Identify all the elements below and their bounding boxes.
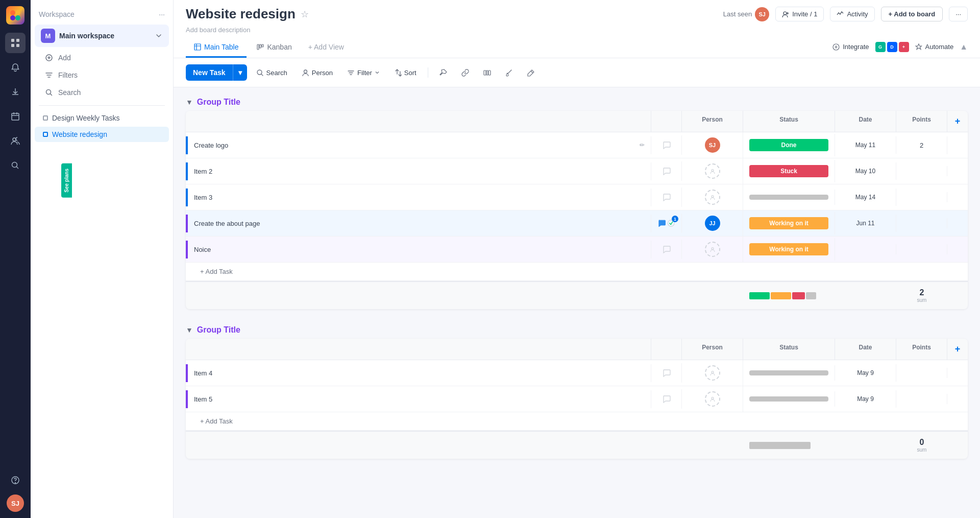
download-icon[interactable] xyxy=(5,82,26,102)
task-name-cell[interactable]: Noice xyxy=(186,241,651,258)
task-name-cell[interactable]: Create the about page xyxy=(186,215,651,232)
comment-cell[interactable] xyxy=(651,135,682,155)
comment-cell[interactable] xyxy=(651,187,682,207)
comment-cell[interactable] xyxy=(651,389,682,409)
status-cell[interactable] xyxy=(743,365,835,381)
other-integration-icon[interactable]: + xyxy=(899,42,909,52)
status-cell[interactable]: Working on it xyxy=(743,212,835,234)
comment-cell[interactable]: 1 xyxy=(651,214,682,233)
filters-nav-item[interactable]: Filters xyxy=(35,67,169,83)
comment-cell[interactable] xyxy=(651,161,682,181)
grid-icon[interactable] xyxy=(5,33,26,53)
group-1-collapse[interactable]: ▼ xyxy=(186,98,193,106)
person-cell[interactable] xyxy=(682,237,743,262)
points-cell[interactable] xyxy=(896,166,947,176)
th-points[interactable]: Points xyxy=(896,111,947,132)
new-task-dropdown-arrow[interactable]: ▾ xyxy=(233,64,247,81)
th-date[interactable]: Date xyxy=(835,111,896,132)
add-column-button-2[interactable]: + xyxy=(947,339,968,360)
person-cell[interactable]: JJ xyxy=(682,210,743,236)
automate-button[interactable]: Automate xyxy=(915,43,954,51)
person-cell[interactable] xyxy=(682,158,743,184)
columns-button[interactable] xyxy=(478,66,496,80)
workspace-selector[interactable]: M Main workspace xyxy=(35,25,169,47)
app-logo[interactable] xyxy=(6,6,24,25)
points-cell[interactable]: 2 xyxy=(896,136,947,154)
status-cell[interactable] xyxy=(743,190,835,205)
collapse-button[interactable]: ▲ xyxy=(960,42,968,52)
board-description[interactable]: Add board description xyxy=(186,26,968,34)
points-cell[interactable] xyxy=(896,368,947,378)
person-cell[interactable] xyxy=(682,386,743,412)
activity-button[interactable]: Activity xyxy=(830,7,874,21)
points-cell[interactable] xyxy=(896,394,947,404)
th-status[interactable]: Status xyxy=(743,111,835,132)
add-task-row-2[interactable]: + Add Task xyxy=(186,412,968,431)
filter-button[interactable]: Filter xyxy=(342,66,385,80)
task-name-cell[interactable]: Item 5 xyxy=(186,390,651,408)
date-cell[interactable]: May 11 xyxy=(835,136,896,154)
task-name-cell[interactable]: Item 4 xyxy=(186,364,651,382)
sort-button[interactable]: Sort xyxy=(389,66,422,80)
link-button[interactable] xyxy=(456,66,474,80)
search-nav-item[interactable]: Search xyxy=(35,84,169,101)
task-name-cell[interactable]: Item 3 xyxy=(186,189,651,206)
see-plans-tab[interactable]: See plans xyxy=(61,163,72,198)
status-cell[interactable]: Stuck xyxy=(743,160,835,182)
status-cell[interactable] xyxy=(743,391,835,407)
search-button[interactable]: Search xyxy=(251,66,292,80)
person-cell[interactable]: SJ xyxy=(682,132,743,158)
comment-cell[interactable] xyxy=(651,240,682,259)
search-icon-sidebar[interactable] xyxy=(5,155,26,176)
more-options-button[interactable]: ··· xyxy=(949,7,968,21)
sidebar-item-website-redesign[interactable]: Website redesign xyxy=(35,127,169,142)
th-person[interactable]: Person xyxy=(682,111,743,132)
group-1-title[interactable]: Group Title xyxy=(197,98,240,107)
sidebar-item-design-weekly[interactable]: Design Weekly Tasks xyxy=(35,110,169,126)
bell-icon[interactable] xyxy=(5,57,26,78)
date-cell[interactable]: May 10 xyxy=(835,162,896,180)
group-2-collapse[interactable]: ▼ xyxy=(186,326,193,334)
paint-button[interactable] xyxy=(500,66,518,80)
group-2-title[interactable]: Group Title xyxy=(197,325,240,335)
calendar-icon[interactable] xyxy=(5,106,26,127)
tab-main-table[interactable]: Main Table xyxy=(186,38,247,58)
date-cell[interactable]: May 14 xyxy=(835,189,896,206)
status-cell[interactable]: Done xyxy=(743,134,835,156)
sidebar-more-button[interactable]: ··· xyxy=(159,10,165,18)
google-drive-icon[interactable]: G xyxy=(875,42,886,52)
task-name-cell[interactable]: Item 2 xyxy=(186,162,651,180)
integrate-button[interactable]: Integrate xyxy=(832,43,869,51)
date-cell[interactable]: May 9 xyxy=(835,364,896,382)
points-cell[interactable] xyxy=(896,218,947,228)
th-status-2[interactable]: Status xyxy=(743,339,835,360)
invite-button[interactable]: Invite / 1 xyxy=(775,7,824,21)
th-points-2[interactable]: Points xyxy=(896,339,947,360)
add-to-board-button[interactable]: + Add to board xyxy=(881,7,943,21)
user-avatar-iconbar[interactable]: SJ xyxy=(7,495,24,512)
add-column-button[interactable]: + xyxy=(947,111,968,132)
pin-button[interactable] xyxy=(434,66,452,80)
edit-toolbar-button[interactable] xyxy=(522,66,540,80)
add-task-row-1[interactable]: + Add Task xyxy=(186,263,968,281)
star-icon[interactable]: ☆ xyxy=(301,9,309,20)
task-name-cell[interactable]: Create logo ✏ xyxy=(186,136,651,154)
date-cell[interactable]: May 9 xyxy=(835,390,896,408)
person-cell[interactable] xyxy=(682,184,743,210)
help-icon[interactable] xyxy=(5,470,26,490)
dropbox-icon[interactable]: D xyxy=(887,42,897,52)
people-icon[interactable] xyxy=(5,131,26,151)
points-cell[interactable] xyxy=(896,192,947,202)
points-cell[interactable] xyxy=(896,244,947,254)
new-task-button[interactable]: New Task ▾ xyxy=(186,64,247,81)
tab-add-view[interactable]: + Add View xyxy=(302,38,350,58)
tab-kanban[interactable]: Kanban xyxy=(249,38,300,58)
th-person-2[interactable]: Person xyxy=(682,339,743,360)
comment-cell[interactable] xyxy=(651,363,682,383)
person-cell[interactable] xyxy=(682,360,743,386)
th-date-2[interactable]: Date xyxy=(835,339,896,360)
add-nav-item[interactable]: Add xyxy=(35,50,169,66)
date-cell[interactable]: Jun 11 xyxy=(835,215,896,232)
date-cell[interactable] xyxy=(835,244,896,254)
edit-task-icon[interactable]: ✏ xyxy=(640,142,645,149)
